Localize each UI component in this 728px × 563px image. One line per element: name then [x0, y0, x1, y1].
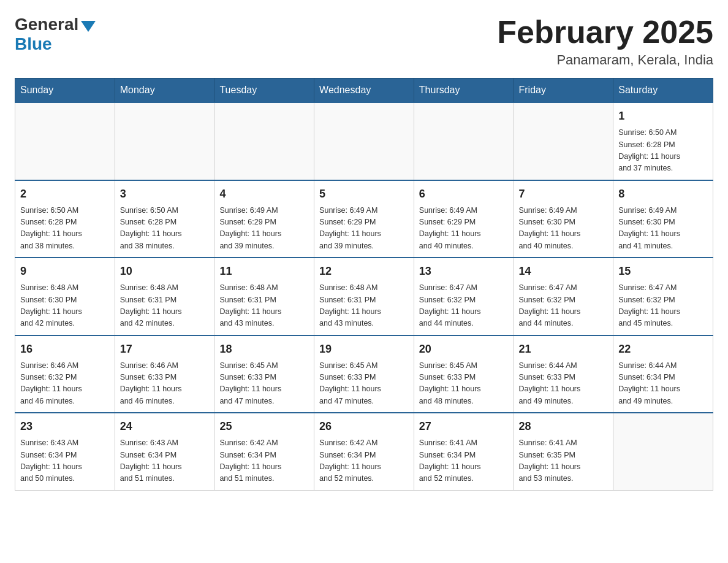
calendar-cell: 28Sunrise: 6:41 AM Sunset: 6:35 PM Dayli… — [514, 413, 613, 490]
day-info: Sunrise: 6:48 AM Sunset: 6:31 PM Dayligh… — [319, 282, 409, 330]
day-number: 7 — [519, 186, 609, 202]
day-number: 10 — [120, 263, 210, 280]
weekday-header-thursday: Thursday — [414, 79, 514, 103]
day-info: Sunrise: 6:43 AM Sunset: 6:34 PM Dayligh… — [120, 437, 210, 485]
calendar-cell: 15Sunrise: 6:47 AM Sunset: 6:32 PM Dayli… — [613, 258, 713, 335]
calendar-cell: 7Sunrise: 6:49 AM Sunset: 6:30 PM Daylig… — [514, 180, 613, 258]
calendar-cell: 23Sunrise: 6:43 AM Sunset: 6:34 PM Dayli… — [15, 413, 115, 490]
day-number: 21 — [519, 341, 609, 358]
day-info: Sunrise: 6:50 AM Sunset: 6:28 PM Dayligh… — [20, 205, 110, 253]
day-info: Sunrise: 6:48 AM Sunset: 6:30 PM Dayligh… — [20, 282, 110, 330]
day-info: Sunrise: 6:47 AM Sunset: 6:32 PM Dayligh… — [419, 282, 509, 330]
calendar-cell: 22Sunrise: 6:44 AM Sunset: 6:34 PM Dayli… — [613, 335, 713, 413]
day-info: Sunrise: 6:47 AM Sunset: 6:32 PM Dayligh… — [618, 282, 708, 330]
calendar-cell: 1Sunrise: 6:50 AM Sunset: 6:28 PM Daylig… — [613, 102, 713, 180]
calendar-cell: 20Sunrise: 6:45 AM Sunset: 6:33 PM Dayli… — [414, 335, 514, 413]
day-info: Sunrise: 6:48 AM Sunset: 6:31 PM Dayligh… — [219, 282, 309, 330]
day-info: Sunrise: 6:45 AM Sunset: 6:33 PM Dayligh… — [219, 360, 309, 408]
calendar-cell: 10Sunrise: 6:48 AM Sunset: 6:31 PM Dayli… — [115, 258, 214, 335]
logo: General Blue — [15, 15, 98, 54]
week-row-5: 23Sunrise: 6:43 AM Sunset: 6:34 PM Dayli… — [15, 413, 713, 490]
calendar-cell: 5Sunrise: 6:49 AM Sunset: 6:29 PM Daylig… — [314, 180, 414, 258]
day-number: 6 — [419, 186, 509, 202]
page-header: General Blue February 2025 Panamaram, Ke… — [15, 15, 713, 68]
calendar-cell — [514, 102, 613, 180]
location-text: Panamaram, Kerala, India — [497, 52, 713, 68]
weekday-header-tuesday: Tuesday — [214, 79, 314, 103]
calendar-cell: 6Sunrise: 6:49 AM Sunset: 6:29 PM Daylig… — [414, 180, 514, 258]
weekday-header-wednesday: Wednesday — [314, 79, 414, 103]
day-number: 12 — [319, 263, 409, 280]
weekday-header-friday: Friday — [514, 79, 613, 103]
week-row-2: 2Sunrise: 6:50 AM Sunset: 6:28 PM Daylig… — [15, 180, 713, 258]
logo-arrow-icon — [81, 21, 96, 32]
day-number: 27 — [419, 418, 509, 435]
day-info: Sunrise: 6:43 AM Sunset: 6:34 PM Dayligh… — [20, 437, 110, 485]
calendar-cell: 8Sunrise: 6:49 AM Sunset: 6:30 PM Daylig… — [613, 180, 713, 258]
day-info: Sunrise: 6:50 AM Sunset: 6:28 PM Dayligh… — [618, 127, 708, 175]
day-number: 14 — [519, 263, 609, 280]
day-info: Sunrise: 6:50 AM Sunset: 6:28 PM Dayligh… — [120, 205, 210, 253]
day-info: Sunrise: 6:48 AM Sunset: 6:31 PM Dayligh… — [120, 282, 210, 330]
day-info: Sunrise: 6:42 AM Sunset: 6:34 PM Dayligh… — [319, 437, 409, 485]
day-number: 22 — [618, 341, 708, 358]
calendar-cell: 26Sunrise: 6:42 AM Sunset: 6:34 PM Dayli… — [314, 413, 414, 490]
day-info: Sunrise: 6:49 AM Sunset: 6:29 PM Dayligh… — [219, 205, 309, 253]
weekday-header-row: SundayMondayTuesdayWednesdayThursdayFrid… — [15, 79, 713, 103]
day-number: 16 — [20, 341, 110, 358]
day-number: 26 — [319, 418, 409, 435]
calendar-cell: 16Sunrise: 6:46 AM Sunset: 6:32 PM Dayli… — [15, 335, 115, 413]
day-number: 25 — [219, 418, 309, 435]
calendar-cell: 17Sunrise: 6:46 AM Sunset: 6:33 PM Dayli… — [115, 335, 214, 413]
calendar-cell: 4Sunrise: 6:49 AM Sunset: 6:29 PM Daylig… — [214, 180, 314, 258]
day-number: 2 — [20, 186, 110, 202]
week-row-1: 1Sunrise: 6:50 AM Sunset: 6:28 PM Daylig… — [15, 102, 713, 180]
calendar-cell: 3Sunrise: 6:50 AM Sunset: 6:28 PM Daylig… — [115, 180, 214, 258]
calendar-cell: 12Sunrise: 6:48 AM Sunset: 6:31 PM Dayli… — [314, 258, 414, 335]
calendar-cell: 25Sunrise: 6:42 AM Sunset: 6:34 PM Dayli… — [214, 413, 314, 490]
day-number: 1 — [618, 108, 708, 124]
calendar-cell — [613, 413, 713, 490]
calendar-cell: 9Sunrise: 6:48 AM Sunset: 6:30 PM Daylig… — [15, 258, 115, 335]
day-number: 23 — [20, 418, 110, 435]
calendar-cell: 18Sunrise: 6:45 AM Sunset: 6:33 PM Dayli… — [214, 335, 314, 413]
calendar-cell: 21Sunrise: 6:44 AM Sunset: 6:33 PM Dayli… — [514, 335, 613, 413]
day-number: 8 — [618, 186, 708, 202]
logo-general-text: General — [15, 15, 78, 34]
title-block: February 2025 Panamaram, Kerala, India — [497, 15, 713, 68]
calendar-cell — [414, 102, 514, 180]
day-number: 9 — [20, 263, 110, 280]
calendar-cell: 11Sunrise: 6:48 AM Sunset: 6:31 PM Dayli… — [214, 258, 314, 335]
weekday-header-sunday: Sunday — [15, 79, 115, 103]
day-info: Sunrise: 6:42 AM Sunset: 6:34 PM Dayligh… — [219, 437, 309, 485]
day-number: 3 — [120, 186, 210, 202]
week-row-3: 9Sunrise: 6:48 AM Sunset: 6:30 PM Daylig… — [15, 258, 713, 335]
calendar-table: SundayMondayTuesdayWednesdayThursdayFrid… — [15, 78, 713, 491]
day-info: Sunrise: 6:49 AM Sunset: 6:30 PM Dayligh… — [519, 205, 609, 253]
day-info: Sunrise: 6:44 AM Sunset: 6:33 PM Dayligh… — [519, 360, 609, 408]
day-number: 24 — [120, 418, 210, 435]
day-info: Sunrise: 6:47 AM Sunset: 6:32 PM Dayligh… — [519, 282, 609, 330]
day-number: 15 — [618, 263, 708, 280]
calendar-cell: 13Sunrise: 6:47 AM Sunset: 6:32 PM Dayli… — [414, 258, 514, 335]
month-title: February 2025 — [497, 15, 713, 50]
calendar-cell — [214, 102, 314, 180]
day-number: 20 — [419, 341, 509, 358]
calendar-cell: 2Sunrise: 6:50 AM Sunset: 6:28 PM Daylig… — [15, 180, 115, 258]
weekday-header-monday: Monday — [115, 79, 214, 103]
logo-blue-text: Blue — [15, 34, 52, 53]
calendar-cell: 19Sunrise: 6:45 AM Sunset: 6:33 PM Dayli… — [314, 335, 414, 413]
day-info: Sunrise: 6:45 AM Sunset: 6:33 PM Dayligh… — [319, 360, 409, 408]
day-number: 17 — [120, 341, 210, 358]
day-info: Sunrise: 6:49 AM Sunset: 6:30 PM Dayligh… — [618, 205, 708, 253]
day-number: 13 — [419, 263, 509, 280]
day-info: Sunrise: 6:45 AM Sunset: 6:33 PM Dayligh… — [419, 360, 509, 408]
calendar-cell: 24Sunrise: 6:43 AM Sunset: 6:34 PM Dayli… — [115, 413, 214, 490]
day-info: Sunrise: 6:46 AM Sunset: 6:33 PM Dayligh… — [120, 360, 210, 408]
calendar-cell — [15, 102, 115, 180]
day-number: 18 — [219, 341, 309, 358]
day-info: Sunrise: 6:49 AM Sunset: 6:29 PM Dayligh… — [319, 205, 409, 253]
day-info: Sunrise: 6:44 AM Sunset: 6:34 PM Dayligh… — [618, 360, 708, 408]
weekday-header-saturday: Saturday — [613, 79, 713, 103]
day-number: 28 — [519, 418, 609, 435]
